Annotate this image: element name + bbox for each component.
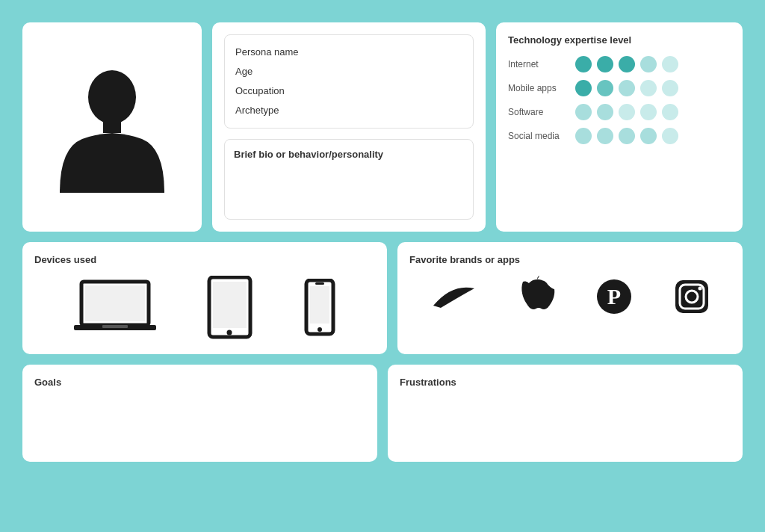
dot [662,80,678,96]
tech-row-mobile: Mobile apps [508,80,731,96]
canvas: Persona name Age Occupation Archetype Br… [9,9,756,523]
svg-rect-1 [103,120,121,133]
dot [597,104,613,120]
tech-row-internet: Internet [508,56,731,72]
svg-point-18 [699,286,702,290]
dot [575,128,592,144]
svg-rect-5 [102,325,128,328]
dot [619,104,635,120]
devices-card: Devices used [22,242,387,354]
svg-rect-10 [310,286,329,324]
bio-card: Brief bio or behavior/personality [224,139,474,220]
tech-label-software: Software [508,107,575,117]
svg-rect-3 [85,285,145,321]
dot [619,128,635,144]
svg-point-8 [227,330,232,335]
tech-dots-social [575,128,678,144]
dot [597,80,613,96]
dot [597,56,613,72]
occupation-label: Occupation [235,81,462,101]
dot [640,104,657,120]
svg-text:P: P [607,284,621,309]
dot [575,104,592,120]
persona-fields: Persona name Age Occupation Archetype [224,34,474,129]
svg-point-0 [88,70,136,124]
middle-row: Devices used [22,242,743,354]
avatar-card [22,22,202,232]
dot [575,56,592,72]
apple-logo [518,276,556,317]
bio-label: Brief bio or behavior/personality [234,149,464,160]
brands-title: Favorite brands or apps [409,254,731,265]
tech-label-internet: Internet [508,59,575,69]
dot [597,128,613,144]
tech-label-mobile: Mobile apps [508,83,575,93]
tech-label-social: Social media [508,131,575,141]
brands-card: Favorite brands or apps [397,242,743,354]
tech-row-software: Software [508,104,731,120]
tablet-icon [205,276,254,342]
brand-icons: P [409,276,731,317]
dot [619,80,635,96]
svg-rect-12 [315,282,324,285]
dot [575,80,592,96]
tech-card: Technology expertise level Internet Mobi… [496,22,743,232]
dot [662,104,678,120]
frustrations-card: Frustrations [388,365,743,462]
avatar [52,58,172,196]
frustrations-title: Frustrations [400,377,731,388]
dot [640,128,657,144]
age-label: Age [235,62,462,81]
top-row: Persona name Age Occupation Archetype Br… [22,22,743,232]
dot [662,128,678,144]
goals-title: Goals [34,377,365,388]
tech-dots-mobile [575,80,678,96]
dot [619,56,635,72]
persona-name-label: Persona name [235,43,462,62]
bottom-row: Goals Frustrations [22,365,743,462]
dot [640,80,657,96]
tech-title: Technology expertise level [508,34,731,46]
tech-dots-software [575,104,678,120]
dot [662,56,678,72]
instagram-logo [673,278,710,315]
tech-row-social: Social media [508,128,731,144]
phone-icon [304,279,335,340]
dot [640,56,657,72]
goals-card: Goals [22,365,377,462]
laptop-icon [74,278,156,341]
persona-info-card: Persona name Age Occupation Archetype Br… [212,22,486,232]
pinterest-logo: P [595,278,633,315]
tech-dots-internet [575,56,678,72]
nike-logo [430,279,478,313]
archetype-label: Archetype [235,101,462,120]
svg-point-11 [318,327,322,332]
svg-rect-7 [213,282,247,328]
device-icons [34,276,375,342]
devices-title: Devices used [34,254,375,265]
